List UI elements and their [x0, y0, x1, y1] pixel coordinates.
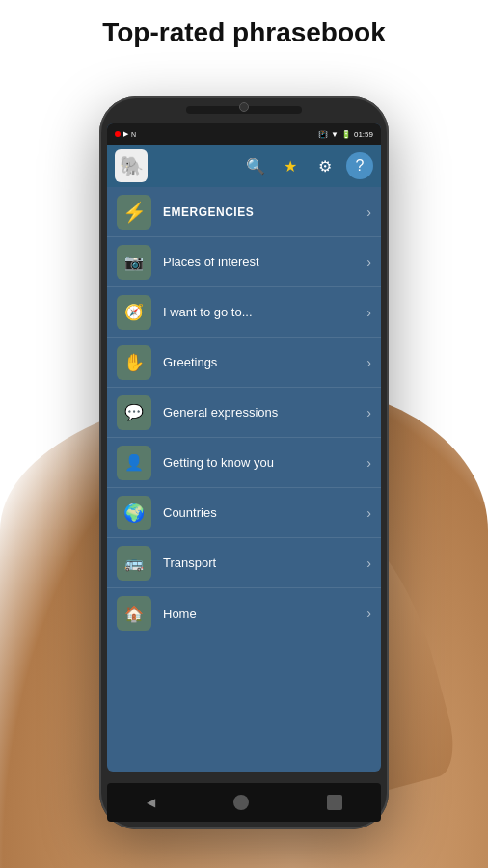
nav-recent-button[interactable]	[327, 795, 342, 810]
transport-icon: 🚌	[124, 554, 144, 572]
phone-camera	[239, 102, 249, 112]
emergencies-icon: ⚡	[122, 201, 147, 224]
page-wrapper: Top-rated phrasebook ▶ N 📳 ▼	[0, 0, 488, 868]
home-chevron: ›	[366, 606, 371, 621]
status-n-icon: N	[131, 131, 136, 138]
status-time: 01:59	[354, 130, 373, 139]
countries-chevron: ›	[366, 505, 371, 521]
menu-item-transport[interactable]: 🚌 Transport ›	[107, 538, 381, 588]
greetings-icon: ✋	[123, 352, 145, 373]
greetings-chevron: ›	[366, 355, 371, 370]
status-play-icon: ▶	[123, 130, 128, 138]
search-icon: 🔍	[246, 157, 265, 176]
menu-list: ⚡ EMERGENCIES › 📷 Places of interest ›	[107, 187, 381, 772]
home-icon-wrap: 🏠	[117, 596, 151, 631]
favorites-button[interactable]: ★	[277, 152, 304, 179]
general-chevron: ›	[366, 405, 371, 420]
transport-icon-wrap: 🚌	[117, 546, 151, 581]
nav-back-button[interactable]: ◀	[147, 796, 155, 809]
menu-item-home[interactable]: 🏠 Home ›	[107, 588, 381, 638]
phone-nav-bar: ◀	[107, 783, 381, 822]
general-label: General expressions	[163, 405, 366, 420]
navigate-label: I want to go to...	[163, 305, 366, 319]
help-button[interactable]: ?	[346, 152, 373, 179]
places-label: Places of interest	[163, 255, 366, 269]
transport-label: Transport	[163, 556, 366, 570]
navigate-icon: 🧭	[124, 303, 144, 321]
emergencies-chevron: ›	[366, 204, 371, 220]
emergencies-icon-wrap: ⚡	[117, 195, 151, 230]
menu-item-countries[interactable]: 🌍 Countries ›	[107, 488, 381, 538]
menu-item-knowing[interactable]: 👤 Getting to know you ›	[107, 438, 381, 488]
general-icon-wrap: 💬	[117, 395, 151, 430]
status-bar: ▶ N 📳 ▼ 🔋 01:59	[107, 123, 381, 145]
battery-icon: 🔋	[341, 130, 351, 139]
places-chevron: ›	[366, 255, 371, 270]
app-logo-emoji: 🐘	[120, 154, 144, 177]
menu-item-general[interactable]: 💬 General expressions ›	[107, 388, 381, 438]
help-icon: ?	[356, 157, 365, 175]
phone-frame: ▶ N 📳 ▼ 🔋 01:59 🐘	[99, 96, 389, 829]
phone-screen: ▶ N 📳 ▼ 🔋 01:59 🐘	[107, 123, 381, 772]
app-toolbar: 🐘 🔍 ★ ⚙ ?	[107, 145, 381, 187]
wifi-icon: ▼	[331, 130, 339, 139]
gear-icon: ⚙	[318, 157, 332, 176]
menu-item-navigate[interactable]: 🧭 I want to go to... ›	[107, 287, 381, 338]
greetings-icon-wrap: ✋	[117, 345, 151, 380]
home-icon: 🏠	[124, 605, 144, 623]
knowing-icon-wrap: 👤	[117, 446, 151, 480]
knowing-label: Getting to know you	[163, 455, 366, 470]
search-button[interactable]: 🔍	[242, 152, 269, 179]
page-title: Top-rated phrasebook	[0, 17, 488, 48]
menu-item-places[interactable]: 📷 Places of interest ›	[107, 237, 381, 287]
status-right: 📳 ▼ 🔋 01:59	[318, 130, 373, 139]
places-icon-wrap: 📷	[117, 245, 151, 280]
status-left: ▶ N	[115, 130, 136, 138]
vibrate-icon: 📳	[318, 130, 328, 139]
places-icon: 📷	[124, 253, 144, 271]
knowing-icon: 👤	[124, 453, 144, 472]
emergencies-label: EMERGENCIES	[163, 205, 366, 219]
home-label: Home	[163, 607, 366, 621]
knowing-chevron: ›	[366, 455, 371, 471]
greetings-label: Greetings	[163, 355, 366, 369]
nav-home-button[interactable]	[233, 795, 249, 810]
countries-icon: 🌍	[123, 502, 145, 524]
navigate-icon-wrap: 🧭	[117, 295, 151, 330]
menu-item-emergencies[interactable]: ⚡ EMERGENCIES ›	[107, 187, 381, 237]
menu-item-greetings[interactable]: ✋ Greetings ›	[107, 338, 381, 388]
star-icon: ★	[284, 157, 297, 176]
countries-label: Countries	[163, 505, 366, 520]
transport-chevron: ›	[366, 556, 371, 571]
settings-button[interactable]: ⚙	[312, 152, 339, 179]
status-recording-dot	[115, 131, 121, 137]
countries-icon-wrap: 🌍	[117, 496, 151, 530]
navigate-chevron: ›	[366, 305, 371, 320]
app-logo: 🐘	[115, 149, 148, 182]
general-icon: 💬	[124, 403, 144, 421]
